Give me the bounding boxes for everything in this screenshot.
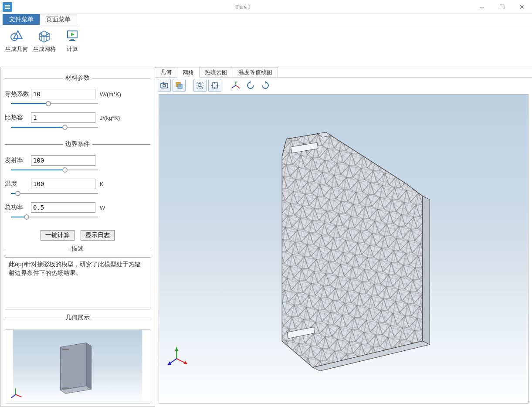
param-label: 温度	[5, 180, 31, 188]
sidebar: 材料参数 导热系数 W/(m*K) 比热容 J/(kg*K) 边界条件 发射率	[0, 67, 155, 407]
temperature-input[interactable]	[31, 179, 95, 189]
param-label: 总功率	[5, 204, 31, 211]
menu-tabs: 文件菜单 页面菜单	[0, 14, 532, 25]
conductivity-input[interactable]	[31, 89, 95, 99]
param-temperature: 温度 K	[5, 179, 150, 189]
zoom-window-button[interactable]	[193, 79, 207, 92]
section-geom-preview: 几何展示	[5, 314, 150, 404]
section-title: 几何展示	[63, 314, 92, 322]
svg-rect-1	[5, 7, 10, 7]
main: 材料参数 导热系数 W/(m*K) 比热容 J/(kg*K) 边界条件 发射率	[0, 67, 532, 407]
section-title: 材料参数	[63, 74, 92, 82]
ribbon: 生成几何 生成网格 计算	[0, 25, 532, 67]
param-unit: W	[100, 204, 105, 211]
svg-rect-0	[5, 5, 10, 6]
menu-tab-file[interactable]: 文件菜单	[3, 14, 40, 25]
window-title: Test	[15, 3, 472, 10]
description-text: 此app针对接驳板的模型，研究了此模型处于热辐射边界条件下的热场结果。	[5, 257, 150, 309]
ribbon-compute[interactable]: 计算	[59, 28, 85, 67]
specific-heat-input[interactable]	[31, 112, 95, 123]
svg-marker-39	[423, 196, 430, 345]
svg-point-24	[198, 84, 201, 87]
svg-rect-7	[71, 39, 74, 40]
param-conductivity: 导热系数 W/(m*K)	[5, 89, 150, 99]
svg-rect-8	[69, 40, 75, 41]
viewport-toolbar: zxy	[155, 78, 532, 93]
svg-line-25	[201, 86, 203, 88]
geometry-icon	[9, 28, 24, 44]
svg-rect-18	[161, 83, 168, 88]
conductivity-slider[interactable]	[11, 100, 98, 107]
mesh-icon	[37, 28, 52, 44]
svg-marker-45	[175, 347, 178, 351]
svg-rect-2	[5, 8, 10, 9]
axis-orientation-button[interactable]: zxy	[229, 79, 242, 92]
total-power-input[interactable]	[31, 202, 95, 213]
svg-rect-13	[62, 349, 69, 350]
zoom-extents-button[interactable]	[208, 79, 221, 92]
svg-marker-34	[265, 81, 267, 84]
view-tab-geometry[interactable]: 几何	[155, 67, 177, 77]
svg-text:y: y	[231, 87, 233, 89]
svg-text:z: z	[236, 81, 237, 83]
transparency-button[interactable]	[173, 79, 186, 92]
specific-heat-slider[interactable]	[11, 124, 98, 131]
total-power-slider[interactable]	[11, 214, 98, 220]
emissivity-slider[interactable]	[11, 166, 98, 173]
show-log-button[interactable]: 显示日志	[81, 230, 115, 241]
rotate-ccw-button[interactable]	[244, 79, 257, 92]
ribbon-generate-mesh[interactable]: 生成网格	[31, 28, 58, 67]
section-bc: 边界条件 发射率 温度 K 总功率 W	[5, 140, 150, 226]
app-icon	[3, 2, 12, 12]
compute-button[interactable]: 一键计算	[41, 230, 75, 241]
tab-label: 热流云图	[205, 69, 227, 75]
tab-label: 几何	[160, 69, 172, 75]
param-label: 导热系数	[5, 90, 31, 98]
canvas-wrap	[155, 93, 532, 407]
menu-tab-page[interactable]: 页面菜单	[40, 14, 77, 25]
geometry-preview[interactable]	[5, 329, 150, 404]
param-unit: J/(kg*K)	[100, 115, 120, 121]
section-material: 材料参数 导热系数 W/(m*K) 比热容 J/(kg*K)	[5, 74, 150, 136]
svg-marker-11	[86, 343, 91, 390]
button-row: 一键计算 显示日志	[4, 230, 151, 241]
section-description: 描述 此app针对接驳板的模型，研究了此模型处于热辐射边界条件下的热场结果。	[5, 245, 150, 309]
svg-point-19	[163, 85, 166, 87]
svg-rect-14	[62, 387, 69, 389]
svg-marker-6	[71, 33, 75, 36]
menu-tab-file-label: 文件菜单	[9, 16, 34, 23]
param-unit: K	[100, 181, 104, 187]
view-tab-isotherm[interactable]: 温度等值线图	[233, 67, 278, 77]
param-label: 发射率	[5, 156, 31, 164]
svg-text:x: x	[239, 87, 240, 89]
rotate-cw-button[interactable]	[259, 79, 272, 92]
tab-label: 温度等值线图	[238, 69, 272, 75]
viewport-tabs: 几何 网格 热流云图 温度等值线图	[155, 67, 532, 78]
section-title: 边界条件	[63, 140, 92, 148]
window-minimize-button[interactable]: ─	[472, 0, 492, 14]
view-tab-heatflow[interactable]: 热流云图	[199, 67, 233, 77]
emissivity-input[interactable]	[31, 155, 95, 166]
svg-line-29	[232, 85, 236, 88]
compute-icon	[64, 28, 80, 44]
menu-tab-page-label: 页面菜单	[46, 16, 71, 23]
param-specific-heat: 比热容 J/(kg*K)	[5, 112, 150, 123]
svg-rect-22	[178, 84, 182, 88]
section-title: 描述	[69, 245, 86, 253]
param-total-power: 总功率 W	[5, 202, 150, 213]
tab-label: 网格	[183, 69, 194, 76]
ribbon-item-label: 生成网格	[33, 45, 56, 53]
ribbon-item-label: 生成几何	[5, 45, 28, 53]
ribbon-generate-geometry[interactable]: 生成几何	[3, 28, 30, 67]
ribbon-item-label: 计算	[67, 45, 78, 53]
titlebar: Test ─ ☐ ✕	[0, 0, 532, 14]
view-tab-mesh[interactable]: 网格	[177, 68, 200, 78]
mesh-canvas[interactable]	[159, 94, 529, 404]
window-maximize-button[interactable]: ☐	[492, 0, 512, 14]
window-close-button[interactable]: ✕	[512, 0, 532, 14]
screenshot-button[interactable]	[158, 79, 171, 92]
svg-marker-33	[249, 81, 251, 84]
svg-rect-20	[163, 82, 164, 84]
param-label: 比热容	[5, 114, 31, 122]
temperature-slider[interactable]	[11, 190, 98, 197]
